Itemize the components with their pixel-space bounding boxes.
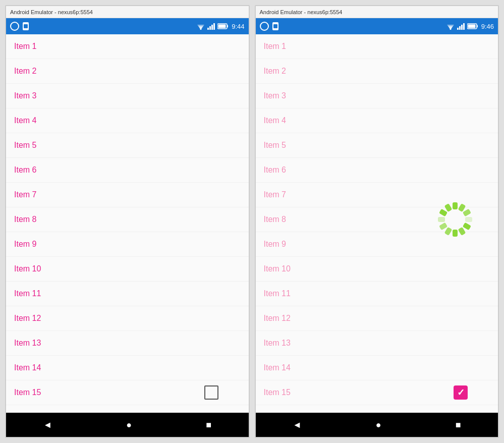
list-area-right: Item 1 Item 2 Item 3 Item 4 Item 5 Item … — [256, 34, 498, 413]
battery-icon-left — [217, 23, 229, 30]
list-item-5-right[interactable]: Item 5 — [256, 133, 498, 158]
list-item-15-left[interactable]: Item 15 — [6, 380, 249, 405]
item-text-13-right: Item 13 — [264, 339, 291, 348]
item-text-7-right: Item 7 — [264, 190, 286, 199]
svg-rect-24 — [477, 25, 478, 27]
list-item-8-right[interactable]: Item 8 — [256, 207, 498, 232]
window-title-right: Android Emulator - nexus6p:5554 — [256, 6, 498, 18]
item-text-15-right: Item 15 — [264, 388, 291, 397]
time-left: 9:44 — [232, 23, 244, 30]
wifi-icon-left — [196, 23, 205, 30]
list-item-1-right[interactable]: Item 1 — [256, 34, 498, 59]
window-title-left: Android Emulator - nexus6p:5554 — [6, 6, 249, 18]
checkbox-unchecked-left[interactable] — [204, 385, 218, 400]
status-bar-right: 9:46 — [256, 18, 498, 34]
list-item-14-left[interactable]: Item 14 — [6, 356, 249, 380]
item-text-14-left: Item 14 — [14, 363, 41, 372]
svg-rect-19 — [457, 28, 459, 30]
list-item-12-left[interactable]: Item 12 — [6, 306, 249, 331]
circle-icon-right — [260, 22, 269, 31]
item-text-10-left: Item 10 — [14, 264, 41, 273]
item-text-2-right: Item 2 — [264, 67, 286, 76]
item-text-3-right: Item 3 — [264, 91, 286, 100]
svg-rect-37 — [444, 203, 453, 212]
item-text-15-left: Item 15 — [14, 388, 41, 397]
item-text-11-right: Item 11 — [264, 289, 291, 298]
list-item-2-right[interactable]: Item 2 — [256, 59, 498, 84]
list-item-9-left[interactable]: Item 9 — [6, 232, 249, 257]
list-item-4-right[interactable]: Item 4 — [256, 108, 498, 133]
recents-button-left[interactable]: ■ — [206, 420, 211, 430]
list-item-11-left[interactable]: Item 11 — [6, 282, 249, 306]
item-text-1-left: Item 1 — [14, 42, 36, 51]
list-item-10-right[interactable]: Item 10 — [256, 257, 498, 282]
item-text-5-left: Item 5 — [14, 141, 36, 150]
time-right: 9:46 — [481, 23, 494, 30]
svg-rect-35 — [438, 217, 445, 222]
list-item-9-right[interactable]: Item 9 — [256, 232, 498, 257]
list-item-1-left[interactable]: Item 1 — [6, 34, 249, 59]
svg-rect-9 — [213, 23, 215, 30]
svg-rect-25 — [468, 25, 475, 28]
window-title-text-right: Android Emulator - nexus6p:5554 — [260, 9, 343, 15]
item-text-10-right: Item 10 — [264, 264, 291, 273]
svg-rect-26 — [453, 202, 458, 209]
list-item-14-right[interactable]: Item 14 — [256, 356, 498, 380]
list-item-2-left[interactable]: Item 2 — [6, 59, 249, 84]
list-item-15-right[interactable]: Item 15 — [256, 380, 498, 405]
svg-rect-1 — [24, 24, 28, 28]
list-item-3-right[interactable]: Item 3 — [256, 84, 498, 108]
right-phone: Android Emulator - nexus6p:5554 — [255, 5, 499, 438]
list-item-5-left[interactable]: Item 5 — [6, 133, 249, 158]
svg-rect-8 — [211, 25, 213, 30]
svg-rect-36 — [439, 209, 447, 217]
item-text-14-right: Item 14 — [264, 363, 291, 372]
svg-rect-14 — [273, 24, 277, 28]
list-item-4-left[interactable]: Item 4 — [6, 108, 249, 133]
status-bar-right-left: 9:44 — [196, 23, 244, 30]
list-item-13-right[interactable]: Item 13 — [256, 331, 498, 356]
item-text-6-right: Item 6 — [264, 165, 286, 175]
item-text-12-right: Item 12 — [264, 314, 291, 323]
back-button-left[interactable]: ◄ — [43, 420, 52, 430]
list-item-6-right[interactable]: Item 6 — [256, 158, 498, 183]
list-item-10-left[interactable]: Item 10 — [6, 257, 249, 282]
status-bar-right-right-icons: 9:46 — [446, 23, 494, 30]
item-text-3-left: Item 3 — [14, 91, 36, 100]
home-button-left[interactable]: ● — [126, 420, 132, 430]
item-text-11-left: Item 11 — [14, 289, 41, 298]
svg-rect-34 — [439, 223, 447, 231]
signal-icon-right — [457, 23, 465, 30]
checkbox-checked-right[interactable] — [454, 385, 468, 400]
list-item-8-left[interactable]: Item 8 — [6, 207, 249, 232]
item-text-9-right: Item 9 — [264, 240, 286, 249]
list-item-7-left[interactable]: Item 7 — [6, 183, 249, 207]
list-item-6-left[interactable]: Item 6 — [6, 158, 249, 183]
status-bar-left: 9:44 — [6, 18, 249, 34]
list-item-12-right[interactable]: Item 12 — [256, 306, 498, 331]
item-text-9-left: Item 9 — [14, 240, 36, 249]
home-button-right[interactable]: ● — [376, 420, 381, 430]
back-button-right[interactable]: ◄ — [293, 420, 302, 430]
item-text-4-left: Item 4 — [14, 116, 36, 125]
list-item-11-right[interactable]: Item 11 — [256, 282, 498, 306]
list-item-13-left[interactable]: Item 13 — [6, 331, 249, 356]
svg-rect-20 — [459, 26, 461, 30]
svg-rect-7 — [209, 26, 211, 30]
svg-rect-6 — [207, 28, 209, 30]
circle-icon-left — [10, 22, 19, 31]
status-bar-left-icons — [10, 22, 29, 31]
list-area-left: Item 1 Item 2 Item 3 Item 4 Item 5 Item … — [6, 34, 249, 413]
svg-rect-21 — [461, 25, 463, 30]
svg-rect-27 — [458, 203, 466, 212]
item-text-6-left: Item 6 — [14, 165, 36, 175]
item-text-13-left: Item 13 — [14, 339, 41, 348]
battery-icon-right — [467, 23, 478, 30]
recents-button-right[interactable]: ■ — [456, 420, 461, 430]
list-item-3-left[interactable]: Item 3 — [6, 84, 249, 108]
status-bar-right-left-icons — [260, 22, 279, 31]
item-text-12-left: Item 12 — [14, 314, 41, 323]
item-text-5-right: Item 5 — [264, 141, 286, 150]
svg-rect-29 — [465, 217, 472, 222]
window-title-text-left: Android Emulator - nexus6p:5554 — [10, 9, 93, 15]
